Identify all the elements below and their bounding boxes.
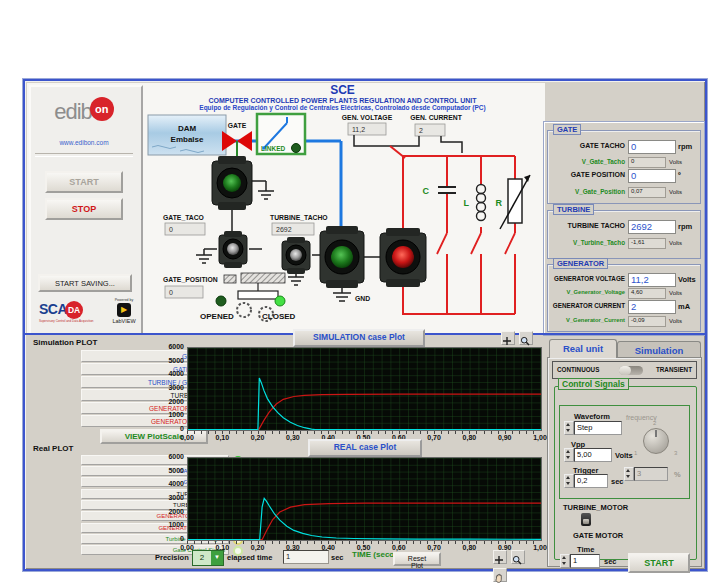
turbine-tacho-readout-label: TURBINE TACHO [548, 222, 625, 229]
gate-position-label: GATE_POSITION [163, 276, 218, 283]
spinner-arrows-icon[interactable] [564, 448, 574, 462]
sim-chart-plot-area [187, 347, 542, 431]
zoom-tool-icon[interactable] [519, 331, 533, 345]
closed-led [275, 296, 285, 306]
trigger-spinner[interactable]: 0,2 [564, 474, 608, 488]
gen-current-value: 2 [419, 127, 423, 134]
precision-dropdown[interactable]: 2 ▼ [192, 550, 224, 566]
elapsed-time-field[interactable]: 1 [283, 550, 329, 564]
v-generator-current-label: V_Generator_Current [548, 317, 625, 323]
y-tick-label: 6000 [168, 343, 184, 350]
x-tick-label: 0,70 [417, 434, 451, 441]
v-turbine-tacho-value: -1,61 [628, 238, 666, 249]
crosshair-tool-icon[interactable] [501, 331, 515, 345]
scada-logo-text: SCA [39, 301, 67, 317]
vpp-spinner[interactable]: 5,00 [564, 448, 612, 462]
x-tick-label: 0,90 [488, 434, 522, 441]
gate-tacho-readout-label: GATE TACHO [548, 142, 625, 149]
sidebar: edibon www.edibon.com START STOP START S… [29, 85, 143, 335]
v-gate-tacho-value: 0 [628, 157, 666, 168]
continuous-transient-toggle[interactable] [619, 366, 643, 375]
percent-spinner[interactable]: 3 [624, 467, 668, 481]
waveform-label: Waveform [574, 412, 610, 421]
real-chart-y-axis: 6000500040003000200010000 [160, 453, 184, 535]
v-generator-voltage-label: V_Generator_Voltage [548, 289, 625, 295]
capacitor-label: C [423, 186, 430, 196]
waveform-spinner[interactable]: Step [564, 421, 622, 435]
frequency-knob[interactable]: 2 1 3 [628, 420, 684, 464]
gate-tacho-readout-unit: rpm [678, 142, 692, 151]
gnd-label: GND [355, 295, 370, 302]
generator-group: GENERATOR GENERATOR VOLTAGE 11,2 Volts V… [547, 264, 701, 332]
tab-simulation[interactable]: Simulation [617, 341, 701, 358]
sim-chart-title: SIMULATION case Plot [293, 329, 425, 347]
dropdown-arrow-icon[interactable]: ▼ [211, 551, 223, 565]
x-tick-label: 0,80 [452, 544, 486, 551]
reset-plot-button[interactable]: Reset Plot [393, 552, 441, 566]
precision-value: 2 [193, 551, 211, 565]
control-signals-group: Waveform frequency Step 2 1 3 Vpp 5,00 [554, 386, 697, 560]
y-tick-label: 4000 [168, 480, 184, 487]
elapsed-time-label: elapsed time [227, 553, 272, 562]
generator-voltage-readout-unit: Volts [678, 275, 696, 284]
scada-logo-circle: DA [65, 301, 83, 319]
gen-voltage-value: 11,2 [352, 126, 365, 133]
capacitor-icon [438, 187, 456, 193]
v-gate-position-unit: Volts [669, 189, 682, 195]
y-tick-label: 4000 [168, 370, 184, 377]
y-tick-label: 1000 [168, 411, 184, 418]
generator-voltage-readout-value: 11,2 [628, 273, 676, 287]
simulation-plot-heading: Simulation PLOT [33, 338, 97, 347]
start-button[interactable]: START [45, 171, 123, 193]
gate-motor-icon [212, 156, 252, 210]
generator-voltage-readout-label: GENERATOR VOLTAGE [548, 275, 625, 282]
generator-current-readout-value: 2 [628, 300, 676, 314]
edibon-logo: edibon [31, 97, 137, 125]
x-tick-label: 0,10 [205, 434, 239, 441]
real-plot-heading: Real PLOT [33, 444, 73, 453]
spinner-arrows-icon[interactable] [624, 467, 634, 481]
zoom-tool-icon[interactable] [511, 550, 525, 564]
opened-led [216, 296, 226, 306]
vpp-value: 5,00 [574, 448, 612, 462]
generator-current-readout-unit: mA [678, 302, 690, 311]
labview-logo: Powered by ▶ LabVIEW [109, 298, 139, 324]
crosshair-tool-icon[interactable] [493, 550, 507, 564]
y-tick-label: 6000 [168, 453, 184, 460]
inductor-icon [477, 185, 486, 221]
time-value: 1 [570, 554, 600, 568]
generator-group-title: GENERATOR [553, 258, 608, 269]
turbine-motor-toggle[interactable] [581, 513, 591, 526]
turbine-tacho-motor-icon [282, 237, 310, 274]
stop-button[interactable]: STOP [45, 198, 123, 220]
simulation-chart: 6000500040003000200010000 0,000,100,200,… [160, 347, 550, 443]
closed-label: CLOSED [262, 312, 296, 321]
turbine-motor-icon [320, 226, 364, 288]
dam-label-line1: DAM [178, 124, 197, 133]
sim-chart-y-axis: 6000500040003000200010000 [160, 343, 184, 425]
start-saving-button[interactable]: START SAVING... [38, 274, 132, 292]
spinner-arrows-icon[interactable] [564, 474, 574, 488]
y-tick-label: 1000 [168, 521, 184, 528]
gen-voltage-label: GEN. VOLTAGE [342, 114, 393, 121]
spinner-arrows-icon[interactable] [560, 554, 570, 568]
pan-tool-icon[interactable] [493, 568, 507, 582]
knob-dial[interactable] [643, 428, 669, 454]
spinner-arrows-icon[interactable] [564, 421, 574, 435]
x-tick-label: 0,20 [241, 434, 275, 441]
time-unit: sec [604, 557, 617, 566]
gate-motor-start-button[interactable]: START [628, 553, 690, 573]
y-tick-label: 5000 [168, 467, 184, 474]
tab-real-unit[interactable]: Real unit [549, 339, 617, 358]
time-spinner[interactable]: 1 [560, 554, 600, 568]
website-link[interactable]: www.edibon.com [31, 139, 137, 146]
trigger-value: 0,2 [574, 474, 608, 488]
knob-tick-2: 2 [653, 420, 656, 426]
gate-tacho-motor-icon [219, 231, 247, 268]
gate-taco-value: 0 [169, 226, 173, 233]
gate-position-readout-label: GATE POSITION [548, 171, 625, 178]
generator-motor-icon [380, 228, 426, 287]
real-chart-title: REAL case Plot [308, 439, 422, 457]
v-gate-tacho-label: V_Gate_Tacho [548, 158, 625, 165]
y-tick-label: 0 [180, 425, 184, 432]
